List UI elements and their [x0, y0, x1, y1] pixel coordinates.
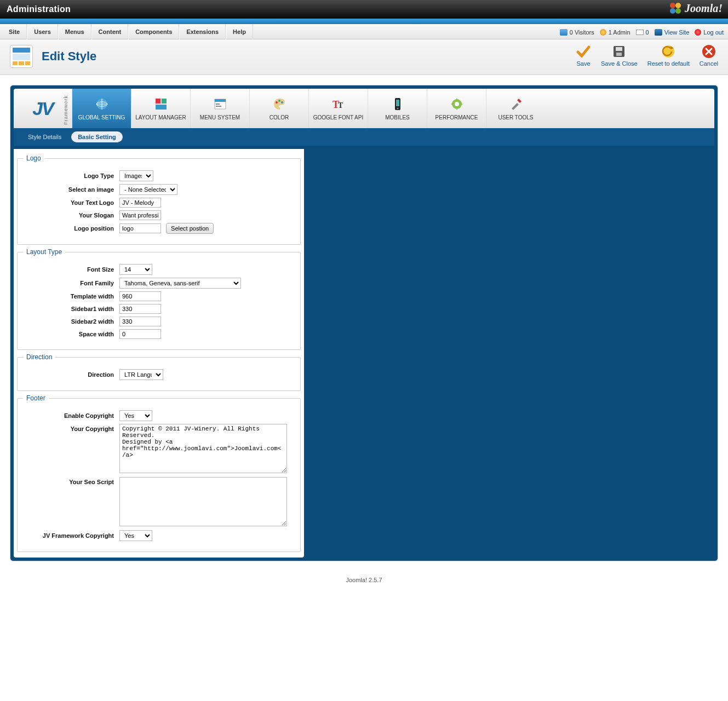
label-logo-type: Logo Type: [23, 173, 119, 179]
cancel-button[interactable]: Cancel: [700, 44, 718, 67]
palette-icon: [272, 97, 286, 111]
mail-icon: [636, 30, 644, 35]
svg-point-25: [397, 107, 398, 109]
input-slogan[interactable]: [119, 210, 161, 220]
framework-logo: JV Framework: [14, 89, 72, 128]
menubar-users[interactable]: Users: [27, 24, 58, 39]
joomla-icon: [668, 1, 683, 15]
label-slogan: Your Slogan: [23, 212, 119, 219]
label-enable-copyright: Enable Copyright: [23, 412, 119, 419]
admin-title: Administration: [7, 4, 71, 14]
label-font-size: Font Size: [23, 266, 119, 273]
menubar-help[interactable]: Help: [226, 24, 253, 39]
messages-count[interactable]: 0: [636, 29, 649, 36]
input-template-width[interactable]: [119, 291, 161, 301]
svg-rect-24: [396, 100, 399, 106]
menubar-content[interactable]: Content: [91, 24, 129, 39]
admin-count: 1 Admin: [600, 29, 630, 36]
legend-direction: Direction: [23, 353, 55, 361]
admin-text: 1 Admin: [609, 29, 630, 36]
svg-point-27: [455, 102, 459, 106]
menubar-site[interactable]: Site: [2, 24, 27, 39]
textarea-seo-script[interactable]: [119, 477, 287, 526]
page-title: Edit Style: [42, 49, 96, 64]
save-button[interactable]: Save: [576, 44, 591, 67]
svg-rect-13: [156, 105, 167, 110]
messages-link[interactable]: 0: [646, 29, 649, 36]
tab-label: LAYOUT MANAGER: [135, 114, 186, 120]
menubar-components[interactable]: Components: [128, 24, 179, 39]
menubar-extensions[interactable]: Extensions: [179, 24, 226, 39]
admin-icon: [600, 29, 606, 36]
reset-button[interactable]: Reset to default: [647, 44, 690, 67]
select-jvfw-copyright[interactable]: Yes: [119, 530, 152, 541]
toolbar: Save Save & Close Reset to default Cance…: [576, 44, 718, 67]
select-position-button[interactable]: Select postion: [166, 223, 214, 234]
check-icon: [576, 44, 591, 59]
template-icon: [10, 45, 33, 68]
select-logo-type[interactable]: Images: [119, 170, 153, 181]
tab-performance[interactable]: PERFORMANCE: [427, 89, 486, 128]
svg-text:T: T: [338, 101, 343, 110]
screen-icon: [655, 29, 662, 36]
input-sidebar2-width[interactable]: [119, 317, 161, 326]
page-footer: Joomla! 2.5.7: [0, 571, 728, 594]
label-jvfw-copyright: JV Framework Copyright: [23, 532, 119, 539]
tab-user-tools[interactable]: USER TOOLS: [486, 89, 545, 128]
visitors-text: 0 Visitors: [570, 29, 594, 36]
tab-label: USER TOOLS: [498, 114, 533, 120]
select-image[interactable]: - None Selected -: [119, 184, 177, 195]
label-sidebar2-width: Sidebar2 width: [23, 318, 119, 325]
logout-link[interactable]: Log out: [703, 29, 724, 36]
save-close-button[interactable]: Save & Close: [601, 44, 638, 67]
input-space-width[interactable]: [119, 329, 161, 339]
svg-point-3: [675, 8, 681, 14]
page-header: Edit Style Save Save & Close Reset to de…: [0, 39, 728, 75]
layout-icon: [154, 97, 168, 111]
tab-label: GLOBAL SETTING: [78, 114, 125, 120]
tab-color[interactable]: COLOR: [249, 89, 308, 128]
fw-logo-side: Framework: [63, 95, 68, 125]
tab-label: MOBILES: [385, 114, 409, 120]
svg-rect-6: [616, 53, 622, 56]
visitors-count: 0 Visitors: [560, 29, 594, 36]
joomla-brand-text: Joomla!: [685, 2, 723, 15]
select-enable-copyright[interactable]: Yes: [119, 410, 152, 421]
input-text-logo[interactable]: [119, 198, 161, 208]
input-logo-position[interactable]: [119, 223, 161, 233]
tab-menu-system[interactable]: MENU SYSTEM: [190, 89, 249, 128]
tab-google-font[interactable]: TT GOOGLE FONT API: [308, 89, 368, 128]
reset-label: Reset to default: [647, 60, 690, 67]
select-font-size[interactable]: 14: [119, 264, 152, 275]
view-site-link[interactable]: View Site: [664, 29, 690, 36]
tab-layout-manager[interactable]: LAYOUT MANAGER: [131, 89, 190, 128]
close-icon: [701, 44, 716, 59]
tab-global-setting[interactable]: GLOBAL SETTING: [72, 89, 131, 128]
menubar-menus[interactable]: Menus: [58, 24, 91, 39]
svg-point-18: [276, 101, 278, 104]
view-site[interactable]: View Site: [655, 29, 690, 36]
select-direction[interactable]: LTR Language: [119, 369, 163, 380]
floppy-icon: [611, 44, 627, 59]
save-label: Save: [576, 60, 590, 67]
legend-layout: Layout Type: [23, 248, 65, 256]
subtab-basic-setting[interactable]: Basic Setting: [71, 131, 123, 142]
gear-icon: [450, 97, 464, 111]
joomla-logo: Joomla!: [668, 1, 723, 15]
fw-logo-text: JV: [32, 98, 53, 119]
select-font-family[interactable]: Tahoma, Geneva, sans-serif: [119, 278, 241, 289]
visitors-icon: [560, 29, 568, 36]
logout[interactable]: Log out: [695, 29, 724, 36]
framework-tabs: JV Framework GLOBAL SETTING LAYOUT MANAG…: [14, 89, 714, 128]
save-close-label: Save & Close: [601, 60, 638, 67]
label-font-family: Font Family: [23, 280, 119, 286]
label-space-width: Space width: [23, 331, 119, 337]
input-sidebar1-width[interactable]: [119, 304, 161, 314]
subtab-style-details[interactable]: Style Details: [21, 131, 68, 142]
tab-label: GOOGLE FONT API: [313, 114, 364, 120]
globe-icon: [95, 97, 109, 111]
menubar-status: 0 Visitors 1 Admin 0 View Site Log out: [560, 25, 724, 40]
sub-tabs: Style Details Basic Setting: [14, 128, 714, 146]
tab-mobiles[interactable]: MOBILES: [368, 89, 427, 128]
textarea-your-copyright[interactable]: [119, 424, 287, 473]
